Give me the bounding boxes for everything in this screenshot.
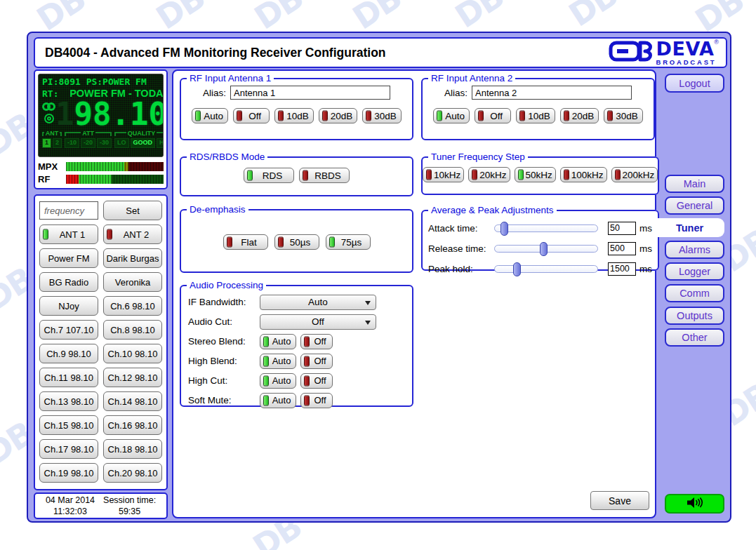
- tab-logger[interactable]: Logger: [665, 262, 724, 281]
- slider-thumb[interactable]: [500, 222, 508, 236]
- lcd-pi-ps-row: PI:8091 PS:POWER FM: [42, 76, 159, 87]
- slider-thumb[interactable]: [540, 242, 548, 256]
- rf1-auto-button[interactable]: Auto: [192, 108, 228, 123]
- step-20khz-button[interactable]: 20kHz: [468, 167, 510, 182]
- high-cut-auto-button[interactable]: Auto: [260, 373, 296, 389]
- set-button[interactable]: Set: [103, 201, 162, 220]
- step-10khz-button[interactable]: 10kHz: [423, 167, 464, 182]
- frequency-input[interactable]: [39, 201, 98, 220]
- rds-button[interactable]: RDS: [244, 168, 294, 183]
- ant2-button[interactable]: ANT 2: [103, 224, 162, 244]
- rf2-off-button[interactable]: Off: [475, 108, 511, 123]
- led-indicator: [263, 336, 269, 347]
- preset-button[interactable]: Veronika: [103, 272, 162, 292]
- high-cut-label: High Cut:: [188, 375, 260, 386]
- slider-thumb[interactable]: [513, 262, 521, 276]
- rds-rbds-mode-section: RDS/RBDS Mode RDS RBDS: [180, 152, 413, 196]
- preset-button[interactable]: Ch.7 107.10: [39, 320, 98, 340]
- tab-comm[interactable]: Comm: [665, 284, 724, 302]
- rf1-10db-button[interactable]: 10dB: [274, 108, 314, 123]
- ant2-led-indicator: [107, 229, 112, 240]
- led-indicator: [304, 336, 310, 347]
- lcd-indicators: ANT 1 2 ATT -10 -20 -30: [42, 130, 159, 148]
- stereo-blend-auto-button[interactable]: Auto: [260, 334, 296, 349]
- rf2-30db-button[interactable]: 30dB: [604, 108, 643, 123]
- audio-monitor-button[interactable]: [665, 494, 724, 514]
- rds-spiral-icon: [44, 114, 54, 126]
- rf1-off-button[interactable]: Off: [233, 108, 270, 123]
- preset-button[interactable]: Ch.14 98.10: [103, 391, 162, 411]
- stereo-blend-off-button[interactable]: Off: [300, 334, 333, 349]
- step-200khz-button[interactable]: 200kHz: [611, 167, 658, 182]
- rf1-30db-button[interactable]: 30dB: [362, 108, 402, 123]
- unit-label: ms: [639, 243, 652, 254]
- preset-button[interactable]: Ch.12 98.10: [103, 368, 162, 387]
- deemphasis-flat-button[interactable]: Flat: [223, 234, 268, 250]
- button-label: Auto: [445, 111, 465, 121]
- tab-general[interactable]: General: [665, 196, 724, 215]
- high-cut-off-button[interactable]: Off: [300, 373, 333, 389]
- preset-button[interactable]: Power FM: [39, 248, 98, 268]
- if-bandwidth-select[interactable]: Auto: [260, 295, 376, 310]
- rf2-auto-button[interactable]: Auto: [433, 108, 470, 123]
- led-indicator: [615, 170, 621, 180]
- preset-button[interactable]: Ch.9 98.10: [39, 344, 98, 363]
- peak-hold-label: Peak hold:: [428, 264, 494, 274]
- step-100khz-button[interactable]: 100kHz: [560, 167, 607, 182]
- tab-other[interactable]: Other: [665, 328, 724, 347]
- tab-tuner[interactable]: Tuner: [655, 218, 724, 237]
- deemphasis-50us-button[interactable]: 50µs: [274, 234, 319, 250]
- high-blend-label: High Blend:: [188, 356, 260, 366]
- rf2-10db-button[interactable]: 10dB: [516, 108, 555, 123]
- rf-input-antenna-1-section: RF Input Antenna 1 Alias: Auto Off 10dB …: [180, 73, 413, 140]
- soft-mute-auto-button[interactable]: Auto: [260, 393, 296, 408]
- tab-outputs[interactable]: Outputs: [665, 307, 724, 325]
- button-label: Off: [314, 395, 326, 405]
- rf2-20db-button[interactable]: 20dB: [560, 108, 599, 123]
- led-indicator: [564, 170, 569, 180]
- release-time-value[interactable]: [608, 242, 636, 255]
- antenna1-alias-input[interactable]: [230, 86, 390, 100]
- tab-main[interactable]: Main: [665, 175, 724, 193]
- attack-time-value[interactable]: [608, 222, 636, 235]
- peak-hold-value[interactable]: [608, 262, 636, 276]
- preset-button[interactable]: Ch.10 98.10: [103, 344, 162, 363]
- ant1-button[interactable]: ANT 1: [39, 224, 98, 244]
- preset-button[interactable]: Ch.20 98.10: [103, 463, 162, 483]
- led-indicator: [366, 111, 371, 121]
- button-label: Auto: [272, 356, 291, 366]
- step-50khz-button[interactable]: 50kHz: [515, 167, 556, 182]
- quality-good-indicator: GOOD: [131, 138, 156, 148]
- rf1-20db-button[interactable]: 20dB: [319, 108, 358, 123]
- tuning-panel: Set ANT 1 ANT 2 Power FM Darik Burgas BG…: [34, 194, 168, 490]
- rbds-button[interactable]: RBDS: [299, 168, 350, 183]
- preset-button[interactable]: Ch.15 98.10: [39, 415, 98, 435]
- section-title: RF Input Antenna 2: [428, 73, 515, 83]
- preset-button[interactable]: BG Radio: [39, 272, 98, 292]
- soft-mute-off-button[interactable]: Off: [300, 393, 333, 408]
- release-time-slider[interactable]: [494, 245, 598, 253]
- preset-button[interactable]: Darik Burgas: [103, 248, 162, 268]
- high-blend-off-button[interactable]: Off: [300, 354, 333, 369]
- antenna2-alias-input[interactable]: [472, 86, 632, 100]
- preset-button[interactable]: Ch.6 98.10: [103, 296, 162, 316]
- preset-button[interactable]: Ch.19 98.10: [39, 463, 98, 483]
- audio-cut-select[interactable]: Off: [260, 314, 376, 330]
- attack-time-slider[interactable]: [494, 224, 598, 232]
- preset-button[interactable]: Ch.17 98.10: [39, 439, 98, 459]
- ant1-indicator: 1: [42, 138, 51, 148]
- preset-button[interactable]: NJoy: [39, 296, 98, 316]
- button-label: 10dB: [528, 111, 550, 121]
- preset-button[interactable]: Ch.16 98.10: [103, 415, 162, 435]
- preset-button[interactable]: Ch.13 98.10: [39, 391, 98, 411]
- peak-hold-slider[interactable]: [494, 265, 598, 273]
- high-blend-auto-button[interactable]: Auto: [260, 354, 296, 369]
- logout-button[interactable]: Logout: [665, 74, 724, 93]
- deemphasis-75us-button[interactable]: 75µs: [326, 234, 371, 250]
- tab-alarms[interactable]: Alarms: [665, 241, 724, 259]
- preset-button[interactable]: Ch.8 98.10: [103, 320, 162, 340]
- preset-button[interactable]: Ch.11 98.10: [39, 368, 98, 387]
- preset-button[interactable]: Ch.18 98.10: [103, 439, 162, 459]
- led-indicator: [278, 111, 284, 121]
- save-button[interactable]: Save: [590, 491, 649, 510]
